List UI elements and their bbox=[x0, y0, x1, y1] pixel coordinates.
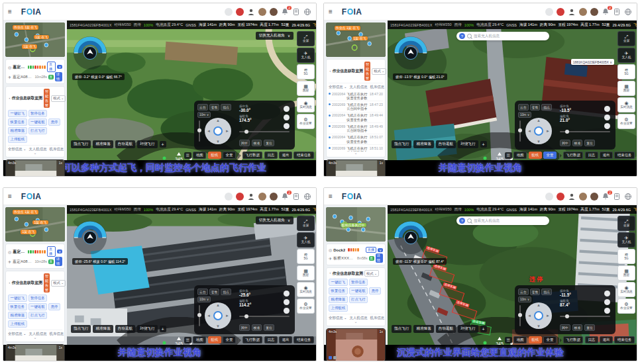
user-icon[interactable] bbox=[568, 193, 576, 201]
menu-icon[interactable]: ≡ bbox=[329, 193, 333, 200]
zoom-slider[interactable] bbox=[560, 131, 610, 132]
view-toggle-button[interactable]: 航线 bbox=[208, 152, 221, 159]
log-row[interactable]: 2002064飞机正在执行设置变焦参数18:49:44 bbox=[329, 113, 383, 123]
gimbal-button[interactable]: 10m ∨ bbox=[518, 296, 531, 302]
flight-mode-button[interactable]: 精准降落 bbox=[93, 325, 113, 333]
toolbar-button[interactable]: ▦图层 bbox=[617, 265, 635, 281]
arrow-left-icon[interactable]: ◄ bbox=[527, 129, 531, 133]
flight-mode-button[interactable]: 指点飞行 bbox=[392, 325, 411, 333]
arrow-right-icon[interactable]: ► bbox=[546, 129, 550, 133]
gimbal-action-button[interactable]: 校准 bbox=[252, 324, 262, 331]
throttle-slider[interactable] bbox=[519, 120, 521, 142]
avatar-red[interactable] bbox=[236, 193, 244, 201]
gimbal-action-button[interactable]: 校准 bbox=[252, 140, 262, 146]
gimbal-button[interactable]: 10m ∨ bbox=[518, 112, 531, 118]
pip-page-dot[interactable] bbox=[329, 356, 332, 359]
menu-icon[interactable]: ≡ bbox=[8, 8, 12, 15]
command-button[interactable]: 精准降落 bbox=[329, 296, 348, 303]
view-toggle-button[interactable]: 地图 bbox=[193, 336, 206, 343]
menu-icon[interactable]: ≡ bbox=[329, 8, 333, 15]
toolbar-button[interactable]: ⤢全屏 bbox=[617, 31, 635, 46]
toolbar-button[interactable]: ⤢全屏 bbox=[617, 216, 635, 231]
document-icon[interactable] bbox=[292, 8, 300, 16]
fpv-pip[interactable]: 4m3s1x bbox=[5, 159, 65, 177]
gimbal-button[interactable]: 变焦 bbox=[209, 104, 220, 111]
gimbal-action-button[interactable]: 回中 bbox=[560, 324, 570, 331]
flight-mode-button[interactable]: 指点飞行 bbox=[71, 140, 91, 148]
collapse-chevron-icon[interactable]: ⌄ bbox=[329, 152, 383, 155]
alert-button[interactable]: 智能告警 bbox=[44, 89, 50, 108]
command-button[interactable]: 上传航线 bbox=[8, 136, 27, 143]
status-circle-icon[interactable] bbox=[225, 193, 233, 201]
action-button[interactable]: 日志 bbox=[264, 152, 278, 159]
toolbar-button[interactable]: ✈无人机 bbox=[617, 232, 635, 248]
toolbar-button[interactable]: ⚙作业设置 bbox=[297, 298, 315, 314]
app-logo[interactable]: FOIA bbox=[21, 7, 42, 17]
command-button[interactable]: 暂停任务 bbox=[349, 279, 368, 286]
camera-function-button[interactable] bbox=[604, 299, 610, 305]
map-tag[interactable]: 作业点 1架 在飞 bbox=[13, 25, 39, 30]
arrow-up-icon[interactable]: ▲ bbox=[216, 118, 220, 122]
user-icon[interactable] bbox=[247, 8, 255, 16]
live-button[interactable]: 直播 bbox=[47, 62, 56, 72]
arrow-up-icon[interactable]: ▲ bbox=[537, 303, 541, 307]
gimbal-button[interactable]: 云台 bbox=[197, 289, 208, 295]
toolbar-button[interactable]: ◉实时消息 bbox=[297, 97, 315, 113]
filter-tab[interactable]: 机库信息 bbox=[50, 332, 64, 336]
add-mode-button[interactable]: + bbox=[480, 326, 487, 332]
flight-mode-button[interactable]: 环绕飞行 bbox=[137, 140, 157, 148]
gimbal-action-button[interactable]: 校准 bbox=[572, 140, 583, 146]
dpad-control[interactable]: ▲▼◄► bbox=[525, 302, 552, 329]
gimbal-action-button[interactable]: 复位 bbox=[584, 140, 595, 146]
gimbal-action-button[interactable]: 回中 bbox=[560, 140, 570, 146]
camera-function-button[interactable] bbox=[604, 123, 610, 129]
flight-mode-button[interactable]: 自动返航 bbox=[436, 325, 456, 333]
arrow-right-icon[interactable]: ► bbox=[546, 314, 550, 318]
arrow-up-icon[interactable]: ▲ bbox=[537, 118, 541, 122]
gimbal-button[interactable]: 云台 bbox=[518, 289, 529, 295]
log-row[interactable]: 2002069飞机正在执行云台回中指令18:47:23 bbox=[329, 101, 383, 112]
toolbar-button[interactable]: ◉实时消息 bbox=[617, 97, 635, 113]
fpv-pip[interactable]: 4m3s1x bbox=[5, 344, 65, 361]
flight-mode-button[interactable]: 精准降落 bbox=[93, 140, 113, 148]
view-toggle-button[interactable]: 全景 bbox=[223, 336, 236, 343]
user-icon[interactable] bbox=[568, 8, 576, 16]
toolbar-button[interactable]: ⚙作业设置 bbox=[297, 114, 315, 129]
throttle-slider[interactable] bbox=[519, 305, 521, 326]
gimbal-button[interactable]: 10m ∨ bbox=[197, 296, 211, 302]
action-button[interactable]: 结束任务 bbox=[293, 152, 314, 159]
dpad-control[interactable]: ▲▼◄► bbox=[205, 118, 231, 144]
gimbal-action-button[interactable]: 回中 bbox=[239, 140, 250, 146]
document-icon[interactable] bbox=[613, 193, 621, 201]
view-toggle-button[interactable]: 地图 bbox=[193, 152, 206, 159]
camera-function-button[interactable] bbox=[284, 114, 290, 120]
avatar-red[interactable] bbox=[557, 8, 564, 16]
toolbar-button[interactable]: ≋5G bbox=[617, 64, 635, 79]
layers-menu-icon[interactable]: ☰ bbox=[184, 337, 191, 343]
toolbar-button[interactable]: ≋5G bbox=[297, 249, 315, 264]
arrow-down-icon[interactable]: ▼ bbox=[537, 140, 541, 144]
flight-mode-button[interactable]: 环绕飞行 bbox=[458, 325, 478, 333]
view-toggle-button[interactable]: 地图 bbox=[513, 152, 527, 159]
view-toggle-button[interactable]: 全景 bbox=[543, 336, 557, 343]
command-button[interactable]: 一键起飞 bbox=[329, 279, 348, 286]
device-dropdown[interactable]: ∨ bbox=[57, 250, 62, 253]
log-row[interactable]: 2002064飞机正在执行设置变焦参数18:51:07 bbox=[329, 134, 383, 145]
gimbal-button[interactable]: 指点 bbox=[541, 104, 552, 111]
toolbar-button[interactable]: ⚙作业设置 bbox=[617, 298, 635, 314]
command-button[interactable]: 一键起飞 bbox=[8, 110, 27, 117]
command-button[interactable]: 悬停 bbox=[48, 118, 60, 126]
drone-selector[interactable]: 切换无人机视角∨ bbox=[256, 216, 293, 224]
command-button[interactable]: 恢复任务 bbox=[8, 118, 27, 126]
mini-map[interactable]: 作业点 1架 在飞1架 在飞 bbox=[326, 23, 386, 57]
bell-icon[interactable]: 2 bbox=[602, 8, 610, 16]
device-dropdown[interactable]: ∨ bbox=[57, 65, 62, 69]
command-button[interactable]: 一键起飞 bbox=[8, 295, 27, 302]
filter-tab[interactable]: 无人机信息 bbox=[29, 332, 47, 336]
action-button[interactable]: 退出 bbox=[279, 336, 292, 343]
map-tag[interactable]: 1架 在飞 bbox=[21, 230, 36, 234]
action-button[interactable]: 退出 bbox=[600, 336, 613, 343]
flight-mode-button[interactable]: 环绕飞行 bbox=[137, 325, 157, 333]
gimbal-button[interactable]: 指点 bbox=[221, 104, 231, 111]
view-toggle-button[interactable]: 全景 bbox=[223, 152, 236, 159]
